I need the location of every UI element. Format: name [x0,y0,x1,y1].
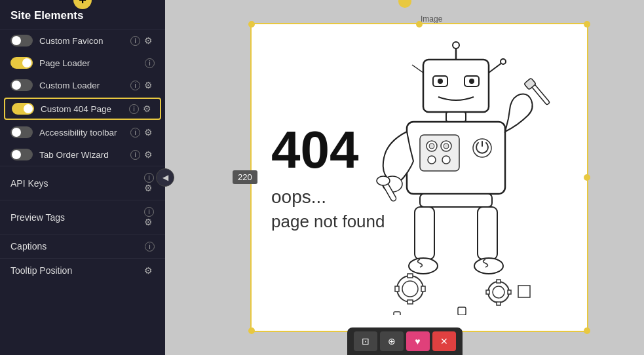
svg-rect-25 [420,194,492,207]
label-custom-loader: Custom Loader [39,81,124,90]
gear-icon-custom-loader[interactable]: ⚙ [144,80,155,90]
svg-rect-35 [421,286,425,291]
label-custom-404-page: Custom 404 Page [41,104,123,114]
svg-rect-10 [446,112,466,122]
toggle-custom-favicon[interactable] [10,35,33,47]
gear-icon-tab-order-wizard[interactable]: ⚙ [144,149,155,160]
svg-point-27 [409,258,438,274]
sidebar-collapse-button[interactable]: ◀ [156,168,174,187]
svg-rect-41 [508,290,511,294]
svg-point-8 [438,79,443,84]
menu-item-captions[interactable]: Captionsi [0,234,165,258]
info-icon-tab-order-wizard[interactable]: i [130,150,140,160]
menu-label-captions: Captions [10,241,140,252]
svg-rect-43 [394,312,400,315]
gear-icon-accessibility-toolbar[interactable]: ⚙ [144,127,155,138]
icons-page-loader: i [145,58,155,68]
info-icon-custom-favicon[interactable]: i [130,36,140,46]
sidebar-item-page-loader[interactable]: Page Loaderi [0,52,165,74]
svg-rect-38 [497,280,501,283]
svg-point-17 [428,156,436,164]
svg-point-18 [442,156,450,164]
icons-custom-favicon: i⚙ [130,35,155,46]
label-custom-favicon: Custom Favicon [39,36,124,46]
icons-custom-loader: i⚙ [130,80,155,90]
label-page-loader: Page Loader [39,58,138,68]
content-box[interactable]: 404 oops... page not found [250,23,588,332]
menu-label-preview-tags: Preview Tags [10,212,139,223]
menu-item-preview-tags[interactable]: Preview Tagsi⚙ [0,200,165,234]
toolbar-btn-close[interactable]: ✕ [432,331,456,351]
toggle-accessibility-toolbar[interactable] [10,126,33,138]
svg-rect-33 [407,300,413,304]
svg-point-4 [501,59,506,64]
svg-rect-34 [395,286,399,291]
resize-handle-tl[interactable] [248,21,255,28]
bottom-toolbar: ⊡ ⊕ ♥ ✕ [347,327,463,355]
menu-icons-api-keys: i⚙ [144,173,155,193]
svg-rect-12 [420,135,459,171]
svg-point-22 [377,176,390,185]
menu-label-api-keys: API Keys [10,178,139,189]
toolbar-btn-layout[interactable]: ⊡ [354,331,377,351]
top-resize-handle[interactable] [398,0,411,8]
toggle-custom-404-page[interactable] [12,103,34,115]
main-canvas: Image 404 oops... page not found [165,0,644,355]
svg-point-36 [488,282,509,303]
info-icon-captions[interactable]: i [145,242,155,252]
gear-icon-tooltip-position[interactable]: ⚙ [144,265,155,276]
info-icon-custom-loader[interactable]: i [130,81,140,90]
svg-line-5 [412,65,423,73]
svg-point-30 [397,276,423,302]
svg-point-16 [444,143,449,149]
gear-icon-custom-404-page[interactable]: ⚙ [143,103,153,114]
sidebar-item-accessibility-toolbar[interactable]: Accessibility toolbari⚙ [0,121,165,143]
menu-icons-preview-tags: i⚙ [144,207,155,227]
svg-line-3 [489,63,502,73]
svg-rect-28 [478,207,497,259]
sidebar-item-custom-404-page[interactable]: Custom 404 Pagei⚙ [4,98,161,120]
icons-tab-order-wizard: i⚙ [130,149,155,160]
sidebar-item-custom-loader[interactable]: Custom Loaderi⚙ [0,74,165,96]
toggle-tab-order-wizard[interactable] [10,149,33,160]
gear-icon-api-keys[interactable]: ⚙ [144,183,155,193]
gear-icon-preview-tags[interactable]: ⚙ [144,217,155,227]
menu-icons-captions: i [145,242,155,252]
badge-220: 220 [233,170,257,184]
toggle-page-loader[interactable] [10,57,33,69]
resize-handle-mr[interactable] [584,174,590,181]
resize-handle-tm[interactable] [416,21,423,28]
toggle-custom-loader[interactable] [10,79,33,91]
info-icon-accessibility-toolbar[interactable]: i [130,128,140,138]
sidebar-item-tab-order-wizard[interactable]: Tab Order Wizardi⚙ [0,143,165,166]
sidebar-item-custom-favicon[interactable]: Custom Faviconi⚙ [0,29,165,52]
menu-item-api-keys[interactable]: API Keysi⚙ [0,166,165,200]
toolbar-btn-heart[interactable]: ♥ [406,331,430,351]
menu-item-tooltip-position[interactable]: Tooltip Position⚙ [0,258,165,282]
label-tab-order-wizard: Tab Order Wizard [39,150,124,160]
info-icon-api-keys[interactable]: i [144,173,154,183]
image-label: Image [421,14,442,24]
menu-label-tooltip-position: Tooltip Position [10,265,139,276]
svg-rect-32 [407,274,413,278]
svg-point-29 [474,258,503,274]
menu-icons-tooltip-position: ⚙ [144,265,155,276]
resize-handle-tr[interactable] [584,21,590,28]
resize-handle-bl[interactable] [248,327,255,334]
svg-rect-42 [518,286,530,297]
robot-illustration [351,50,561,305]
info-icon-page-loader[interactable]: i [145,58,155,68]
svg-point-2 [453,42,459,48]
svg-point-37 [493,286,504,298]
svg-point-9 [469,79,474,84]
info-icon-custom-404-page[interactable]: i [129,104,139,114]
toolbar-btn-add[interactable]: ⊕ [380,331,404,351]
info-icon-preview-tags[interactable]: i [144,207,154,217]
resize-handle-br[interactable] [584,327,590,334]
svg-rect-40 [486,290,489,294]
sidebar: Site Elements Custom Faviconi⚙Page Loade… [0,0,165,355]
gear-icon-custom-favicon[interactable]: ⚙ [144,35,155,46]
icons-custom-404-page: i⚙ [129,103,153,114]
svg-rect-26 [415,207,434,259]
svg-point-31 [402,281,418,297]
